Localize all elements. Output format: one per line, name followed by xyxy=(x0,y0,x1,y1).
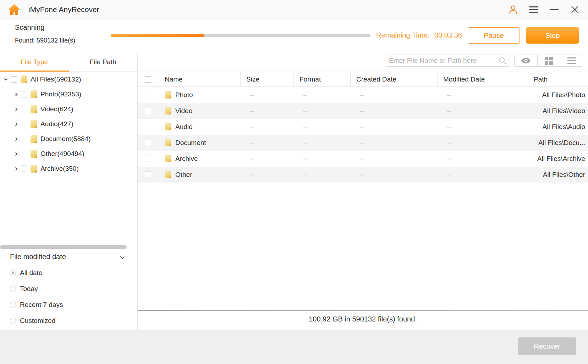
chevron-right-icon[interactable] xyxy=(13,123,18,125)
tree-item-other[interactable]: Other(490494) xyxy=(0,146,137,161)
table-row[interactable]: Video -- -- -- -- All Files\Video xyxy=(138,103,588,119)
tree-item-archive[interactable]: Archive(350) xyxy=(0,161,137,176)
app-title: iMyFone AnyRecover xyxy=(28,5,99,14)
table-row[interactable]: Photo -- -- -- -- All Files\Photo xyxy=(138,87,588,103)
column-header-name[interactable]: Name xyxy=(159,72,241,86)
found-summary: 100.92 GB in 590132 file(s) found. xyxy=(309,315,417,326)
close-button[interactable] xyxy=(570,4,580,15)
radio-icon[interactable] xyxy=(10,286,16,292)
column-header-modified[interactable]: Modified Date xyxy=(438,72,528,86)
column-header-size[interactable]: Size xyxy=(241,72,294,86)
home-icon[interactable] xyxy=(8,3,21,16)
account-icon[interactable] xyxy=(508,4,518,15)
folder-icon xyxy=(31,135,37,143)
tree-item-document[interactable]: Document(5884) xyxy=(0,131,137,146)
checkbox[interactable] xyxy=(145,108,151,114)
filter-title: File modified date xyxy=(10,253,66,261)
minimize-button[interactable] xyxy=(549,4,560,15)
scan-found-count: Found: 590132 file(s) xyxy=(15,37,75,44)
checkbox[interactable] xyxy=(11,76,17,83)
radio-today[interactable]: Today xyxy=(10,283,134,295)
table-row[interactable]: Other -- -- -- -- All Files\Other xyxy=(138,167,588,183)
tab-file-type[interactable]: File Type xyxy=(0,53,69,71)
tree-item-audio[interactable]: Audio(427) xyxy=(0,117,137,131)
chevron-right-icon[interactable] xyxy=(13,138,18,140)
file-type-tree: All Files(590132) Photo(92353) Video(624… xyxy=(0,72,137,176)
view-toggle-group xyxy=(514,55,583,67)
toolbar xyxy=(138,53,588,72)
chevron-right-icon[interactable] xyxy=(13,153,18,155)
folder-icon xyxy=(165,123,171,130)
checkbox[interactable] xyxy=(21,136,27,142)
file-path: All Files\Photo xyxy=(528,91,588,99)
folder-icon xyxy=(165,107,171,114)
folder-icon xyxy=(165,155,171,162)
sidebar: File Type File Path All Files(590132) Ph… xyxy=(0,53,138,330)
folder-icon xyxy=(31,150,37,158)
chevron-right-icon[interactable] xyxy=(13,93,18,96)
checkbox[interactable] xyxy=(145,92,151,98)
checkbox[interactable] xyxy=(21,151,27,157)
scan-status: Scanning xyxy=(15,23,44,32)
checkbox[interactable] xyxy=(21,91,27,97)
checkbox[interactable] xyxy=(145,124,151,130)
chevron-down-icon[interactable] xyxy=(4,79,8,80)
tree-item-video[interactable]: Video(624) xyxy=(0,102,137,117)
folder-icon xyxy=(31,165,37,173)
file-path: All Files\Docu... xyxy=(528,139,588,147)
checkbox[interactable] xyxy=(21,106,27,112)
folder-icon xyxy=(165,91,171,99)
column-header-format[interactable]: Format xyxy=(294,72,351,86)
scan-progress-bar xyxy=(111,34,370,37)
main-panel: Name Size Format Created Date Modified D… xyxy=(138,53,588,330)
select-all-checkbox[interactable] xyxy=(145,76,151,83)
file-path: All Files\Archive xyxy=(528,155,588,163)
table-row[interactable]: Archive -- -- -- -- All Files\Archive xyxy=(138,151,588,167)
file-path: All Files\Audio xyxy=(528,123,588,131)
column-header-path[interactable]: Path xyxy=(528,72,588,86)
footer-bar: Recover xyxy=(0,330,588,364)
pause-button[interactable]: Pause xyxy=(468,27,520,44)
radio-icon[interactable] xyxy=(10,302,16,308)
checkbox[interactable] xyxy=(145,156,151,162)
folder-icon xyxy=(21,75,27,83)
chevron-down-icon[interactable] xyxy=(120,254,125,259)
checkbox[interactable] xyxy=(145,172,151,178)
table-header: Name Size Format Created Date Modified D… xyxy=(138,72,588,87)
chevron-right-icon[interactable] xyxy=(13,168,18,170)
grid-view-button[interactable] xyxy=(537,55,560,66)
sidebar-tabs: File Type File Path xyxy=(0,53,137,72)
title-bar: iMyFone AnyRecover xyxy=(0,0,588,19)
radio-recent-7-days[interactable]: Recent 7 days xyxy=(10,299,134,311)
table-row[interactable]: Document -- -- -- -- All Files\Docu... xyxy=(138,135,588,151)
tree-item-photo[interactable]: Photo(92353) xyxy=(0,87,137,102)
preview-eye-button[interactable] xyxy=(515,55,537,66)
chevron-right-icon[interactable] xyxy=(13,108,18,111)
folder-icon xyxy=(165,171,171,178)
tree-item-all-files[interactable]: All Files(590132) xyxy=(0,72,137,87)
search-input[interactable] xyxy=(385,55,510,67)
folder-icon xyxy=(31,105,37,113)
file-path: All Files\Other xyxy=(528,171,588,179)
folder-icon xyxy=(31,120,37,128)
status-bar: 100.92 GB in 590132 file(s) found. xyxy=(138,311,588,330)
list-view-button[interactable] xyxy=(560,55,583,66)
search-icon[interactable] xyxy=(499,57,506,66)
stop-button[interactable]: Stop xyxy=(526,27,579,44)
checkbox[interactable] xyxy=(21,121,27,127)
checkbox[interactable] xyxy=(145,140,151,146)
radio-icon[interactable] xyxy=(10,318,16,324)
menu-icon[interactable] xyxy=(528,4,539,15)
folder-icon xyxy=(31,90,37,98)
column-header-created[interactable]: Created Date xyxy=(351,72,438,86)
radio-all-date[interactable]: All date xyxy=(10,267,134,279)
horizontal-scrollbar[interactable] xyxy=(0,245,127,249)
radio-customized[interactable]: Customized xyxy=(10,315,134,327)
folder-icon xyxy=(165,139,171,146)
radio-selected-icon[interactable] xyxy=(10,270,16,276)
table-row[interactable]: Audio -- -- -- -- All Files\Audio xyxy=(138,119,588,135)
tab-file-path[interactable]: File Path xyxy=(69,53,138,71)
remaining-time: Remaining Time:00:03:36 xyxy=(376,31,462,39)
recover-button[interactable]: Recover xyxy=(518,337,576,355)
checkbox[interactable] xyxy=(21,166,27,172)
